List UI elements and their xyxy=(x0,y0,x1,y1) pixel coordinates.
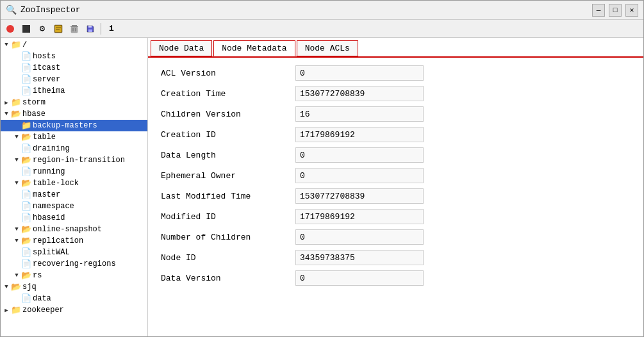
rit-label: region-in-transition xyxy=(33,156,125,165)
sjq-expander[interactable]: ▼ xyxy=(2,283,11,292)
toolbar-disconnect-button[interactable] xyxy=(19,22,33,36)
recovering-regions-label: recovering-regions xyxy=(33,259,116,268)
svg-rect-1 xyxy=(22,25,30,33)
draining-label: draining xyxy=(33,144,70,153)
itcast-icon: 📄 xyxy=(21,63,31,73)
num-children-value[interactable]: 0 xyxy=(295,229,424,245)
toolbar-save-button[interactable] xyxy=(83,22,97,36)
tree-item-online-snapshot[interactable]: ▼ 📂 online-snapshot xyxy=(1,224,147,235)
node-id-label: Node ID xyxy=(161,250,289,265)
tree-item-recovering-regions[interactable]: ▶ 📄 recovering-regions xyxy=(1,258,147,270)
recovering-regions-icon: 📄 xyxy=(21,259,31,269)
tree-item-sjq[interactable]: ▼ 📂 sjq xyxy=(1,281,147,293)
server-label: server xyxy=(33,75,60,84)
minimize-button[interactable]: — xyxy=(592,4,605,17)
replication-expander[interactable]: ▼ xyxy=(12,236,21,245)
tree-item-itcast[interactable]: ▶ 📄 itcast xyxy=(1,62,147,74)
ephemeral-owner-value[interactable]: 0 xyxy=(295,168,424,183)
rit-expander[interactable]: ▼ xyxy=(12,156,21,165)
backup-masters-icon: 📁 xyxy=(21,120,31,131)
svg-rect-8 xyxy=(71,27,78,33)
toolbar-add-button[interactable] xyxy=(51,22,65,36)
content-panel: Node Data Node Metadata Node ACLs ACL Ve… xyxy=(148,38,643,336)
zookeeper-expander[interactable]: ▶ xyxy=(2,306,11,315)
zookeeper-label: zookeeper xyxy=(22,306,64,315)
tree-item-master[interactable]: ▶ 📄 master xyxy=(1,189,147,201)
tree-item-draining[interactable]: ▶ 📄 draining xyxy=(1,143,147,154)
toolbar-info-button[interactable]: i xyxy=(104,22,119,36)
tree-item-hbaseid[interactable]: ▶ 📄 hbaseid xyxy=(1,212,147,224)
tree-item-table-lock[interactable]: ▼ 📂 table-lock xyxy=(1,177,147,189)
tree-item-zookeeper[interactable]: ▶ 📁 zookeeper xyxy=(1,304,147,316)
root-expander[interactable]: ▼ xyxy=(2,40,11,49)
hosts-icon: 📄 xyxy=(21,51,31,62)
table-lock-expander[interactable]: ▼ xyxy=(12,179,21,188)
tree-item-running[interactable]: ▶ 📄 running xyxy=(1,166,147,177)
tree-item-storm[interactable]: ▶ 📁 storm xyxy=(1,97,147,108)
toolbar-delete-button[interactable] xyxy=(67,22,81,36)
acl-version-value[interactable]: 0 xyxy=(295,65,424,81)
tree-item-replication[interactable]: ▼ 📂 replication xyxy=(1,235,147,247)
node-id-value[interactable]: 34359738375 xyxy=(295,250,424,265)
table-lock-icon: 📂 xyxy=(21,178,31,188)
splitwal-icon: 📄 xyxy=(21,247,31,258)
last-modified-time-value[interactable]: 1530772708839 xyxy=(295,188,424,204)
toolbar-settings-button[interactable]: ⚙ xyxy=(35,22,49,36)
table-label: table xyxy=(33,133,56,142)
creation-id-value[interactable]: 17179869192 xyxy=(295,127,424,142)
main-window: 🔍 ZooInspector — □ ✕ ⚙ i xyxy=(0,0,644,337)
children-version-value[interactable]: 16 xyxy=(295,106,424,122)
storm-icon: 📁 xyxy=(11,97,21,108)
tree-item-table[interactable]: ▼ 📂 table xyxy=(1,131,147,143)
hbaseid-label: hbaseid xyxy=(33,213,65,222)
tree-item-rs[interactable]: ▼ 📂 rs xyxy=(1,270,147,281)
ephemeral-owner-label: Ephemeral Owner xyxy=(161,168,289,183)
titlebar-left: 🔍 ZooInspector xyxy=(6,4,81,15)
tree-item-itheima[interactable]: ▶ 📄 itheima xyxy=(1,85,147,97)
tab-node-acls[interactable]: Node ACLs xyxy=(297,40,358,56)
hbase-expander[interactable]: ▼ xyxy=(2,110,11,119)
itcast-label: itcast xyxy=(33,63,60,72)
zookeeper-icon: 📁 xyxy=(11,305,21,315)
children-version-label: Children Version xyxy=(161,106,289,122)
tree-item-region-in-transition[interactable]: ▼ 📂 region-in-transition xyxy=(1,154,147,166)
tree-root[interactable]: ▼ 📁 / xyxy=(1,39,147,51)
tree-item-hbase[interactable]: ▼ 📂 hbase xyxy=(1,108,147,120)
data-length-value[interactable]: 0 xyxy=(295,147,424,163)
close-button[interactable]: ✕ xyxy=(625,4,638,17)
table-icon: 📂 xyxy=(21,132,31,142)
svg-rect-12 xyxy=(88,26,92,28)
tree-item-splitwal[interactable]: ▶ 📄 splitWAL xyxy=(1,247,147,258)
creation-time-value[interactable]: 1530772708839 xyxy=(295,86,424,101)
tree-item-server[interactable]: ▶ 📄 server xyxy=(1,74,147,85)
online-snapshot-label: online-snapshot xyxy=(33,225,102,234)
storm-expander[interactable]: ▶ xyxy=(2,98,11,107)
draining-icon: 📄 xyxy=(21,144,31,154)
table-expander[interactable]: ▼ xyxy=(12,133,21,142)
namespace-icon: 📄 xyxy=(21,201,31,211)
data-version-value[interactable]: 0 xyxy=(295,270,424,286)
last-modified-time-label: Last Modified Time xyxy=(161,188,289,204)
toolbar-connect-button[interactable] xyxy=(3,22,17,36)
tree-item-data[interactable]: ▶ 📄 data xyxy=(1,293,147,304)
tab-node-metadata[interactable]: Node Metadata xyxy=(213,40,295,56)
toolbar: ⚙ i xyxy=(1,20,643,38)
data-length-label: Data Length xyxy=(161,147,289,163)
tree-item-backup-masters[interactable]: ▶ 📁 backup-masters xyxy=(1,120,147,131)
table-lock-label: table-lock xyxy=(33,179,79,188)
tab-node-data[interactable]: Node Data xyxy=(151,40,212,56)
rs-expander[interactable]: ▼ xyxy=(12,271,21,280)
tree-item-namespace[interactable]: ▶ 📄 namespace xyxy=(1,201,147,212)
online-snapshot-expander[interactable]: ▼ xyxy=(12,225,21,234)
modified-id-value[interactable]: 17179869192 xyxy=(295,209,424,224)
master-label: master xyxy=(33,190,60,199)
namespace-label: namespace xyxy=(33,202,74,211)
itheima-icon: 📄 xyxy=(21,86,31,96)
tab-bar: Node Data Node Metadata Node ACLs xyxy=(148,38,643,58)
svg-rect-6 xyxy=(72,25,77,26)
app-title: ZooInspector xyxy=(21,5,81,15)
maximize-button[interactable]: □ xyxy=(609,4,622,17)
tree-item-hosts[interactable]: ▶ 📄 hosts xyxy=(1,51,147,62)
data-label: data xyxy=(33,294,51,303)
hbaseid-icon: 📄 xyxy=(21,213,31,223)
